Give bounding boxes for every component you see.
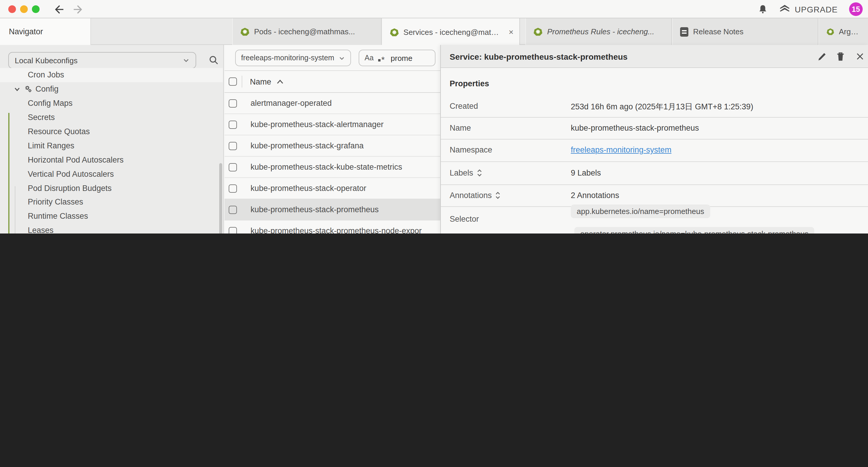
table-row[interactable]: kube-prometheus-stack-prometheus-node-ex… — [224, 221, 440, 233]
expand-collapse-icon[interactable] — [495, 192, 501, 199]
annotations-value[interactable]: 2 Annotations — [571, 191, 619, 200]
search-icon[interactable] — [208, 54, 219, 66]
row-checkbox[interactable] — [229, 99, 237, 107]
table-row-selected[interactable]: kube-prometheus-stack-prometheus — [224, 199, 440, 221]
navigator-sidebar: Local Kubeconfigs Cron Jobs Config Confi… — [0, 45, 224, 233]
table-row[interactable]: alertmanager-operated — [224, 93, 440, 114]
select-all-checkbox[interactable] — [229, 78, 237, 86]
tab-release-notes[interactable]: Release Notes — [672, 18, 818, 45]
sidebar-item-config-maps[interactable]: Config Maps — [0, 96, 223, 111]
tab-label: Prometheus Rules - icecheng... — [547, 27, 654, 36]
created-value: 253d 16h 6m ago (2025年1月13日 GMT+8 1:25:3… — [571, 102, 753, 112]
table-row[interactable]: kube-prometheus-stack-alertmanager — [224, 114, 440, 135]
table-row[interactable]: kube-prometheus-stack-kube-state-metrics — [224, 157, 440, 178]
app-window: UPGRADE 15 Navigator Pods - icecheng@mat… — [0, 0, 868, 233]
annotations-label: Annotations — [450, 191, 501, 200]
sort-ascending-icon[interactable] — [277, 79, 284, 84]
profile-badge[interactable]: 15 — [849, 2, 863, 16]
sidebar-item-runtime-classes[interactable]: Runtime Classes — [0, 209, 223, 224]
selector-label: Selector — [450, 214, 479, 224]
navigator-panel-title: Navigator — [0, 18, 91, 45]
created-label: Created — [450, 102, 478, 111]
badge-count: 15 — [852, 5, 860, 13]
sidebar-scrollbar[interactable] — [219, 163, 222, 233]
tab-label: Services - icecheng@math... — [404, 28, 500, 36]
row-checkbox[interactable] — [229, 205, 237, 214]
tab-argo[interactable]: Argo Se — [818, 18, 868, 45]
namespace-link[interactable]: freeleaps-monitoring-system — [571, 145, 672, 154]
document-icon — [680, 27, 688, 36]
row-checkbox[interactable] — [229, 163, 237, 171]
name-column-header[interactable]: Name — [250, 77, 271, 86]
maximize-window-button[interactable] — [32, 5, 39, 13]
labels-label: Labels — [450, 169, 482, 177]
regex-dot-icon — [378, 59, 381, 61]
sidebar-item-vertical-pod-autoscalers[interactable]: Vertical Pod Autoscalers — [0, 167, 223, 181]
forward-icon[interactable] — [72, 3, 85, 16]
kubernetes-icon — [241, 27, 249, 36]
resource-tree: Cron Jobs Config Config Maps Secrets Res… — [0, 68, 223, 233]
filter-input[interactable] — [390, 53, 420, 63]
window-titlebar: UPGRADE 15 — [0, 0, 868, 18]
kubernetes-icon — [390, 28, 399, 36]
upgrade-button[interactable]: UPGRADE — [779, 4, 838, 15]
chevron-down-icon — [339, 55, 345, 61]
close-window-button[interactable] — [8, 5, 16, 13]
table-body: alertmanager-operated kube-prometheus-st… — [224, 93, 440, 233]
kubeconfig-selector[interactable]: Local Kubeconfigs — [8, 52, 196, 68]
row-divider — [441, 117, 868, 118]
row-checkbox[interactable] — [229, 227, 237, 233]
sidebar-item-limit-ranges[interactable]: Limit Ranges — [0, 139, 223, 153]
tab-pods[interactable]: Pods - icecheng@mathmas... — [232, 18, 382, 45]
match-case-toggle[interactable]: Aa — [365, 54, 374, 62]
table-row[interactable]: kube-prometheus-stack-operator — [224, 178, 440, 199]
edit-pencil-icon[interactable] — [816, 51, 828, 62]
expand-collapse-icon[interactable] — [477, 169, 482, 177]
namespace-label: Namespace — [450, 145, 492, 154]
minimize-window-button[interactable] — [20, 5, 28, 13]
row-divider — [441, 139, 868, 140]
details-title: Service: kube-prometheus-stack-prometheu… — [450, 45, 627, 68]
close-icon[interactable] — [855, 51, 866, 62]
name-label: Name — [450, 123, 471, 133]
tab-services[interactable]: Services - icecheng@math... × — [382, 18, 520, 46]
back-icon[interactable] — [52, 3, 65, 16]
sidebar-item-config[interactable]: Config — [0, 82, 223, 96]
service-details-panel: Service: kube-prometheus-stack-prometheu… — [440, 45, 868, 233]
row-divider — [441, 184, 868, 185]
upgrade-label: UPGRADE — [795, 4, 838, 14]
namespace-selector[interactable]: freeleaps-monitoring-system — [235, 50, 351, 66]
table-row[interactable]: kube-prometheus-stack-grafana — [224, 135, 440, 157]
row-checkbox[interactable] — [229, 184, 237, 193]
trash-icon[interactable] — [835, 51, 846, 62]
chevron-down-icon — [13, 86, 21, 93]
kubernetes-icon — [827, 27, 834, 36]
resource-list-pane: freeleaps-monitoring-system Aa * Name al… — [224, 45, 440, 233]
sidebar-item-secrets[interactable]: Secrets — [0, 110, 223, 124]
gear-icon — [24, 85, 32, 94]
details-header: Service: kube-prometheus-stack-prometheu… — [441, 45, 868, 68]
tab-label: Argo Se — [839, 27, 862, 36]
table-header: Name — [224, 71, 440, 93]
labels-value[interactable]: 9 Labels — [571, 169, 601, 177]
close-tab-icon[interactable]: × — [509, 27, 514, 37]
notifications-bell-icon[interactable] — [757, 4, 768, 15]
selector-chip: operator.prometheus.io/name=kube-prometh… — [574, 227, 814, 233]
row-checkbox[interactable] — [229, 120, 237, 128]
tab-bar: Navigator Pods - icecheng@mathmas... Ser… — [0, 18, 868, 45]
chevron-down-icon — [183, 57, 190, 64]
row-checkbox[interactable] — [229, 142, 237, 150]
regex-toggle[interactable]: * — [378, 53, 385, 63]
sidebar-item-horizontal-pod-autoscalers[interactable]: Horizontal Pod Autoscalers — [0, 153, 223, 167]
upgrade-chevrons-icon — [779, 4, 790, 15]
tab-label: Release Notes — [693, 27, 744, 36]
filter-box[interactable]: Aa * — [359, 50, 435, 66]
name-value: kube-prometheus-stack-prometheus — [571, 123, 699, 133]
sidebar-item-leases[interactable]: Leases — [0, 224, 223, 233]
sidebar-item-cron-jobs[interactable]: Cron Jobs — [0, 68, 223, 82]
tab-prometheus-rules[interactable]: Prometheus Rules - icecheng... — [525, 18, 672, 45]
kubernetes-icon — [533, 27, 542, 36]
sidebar-item-priority-classes[interactable]: Priority Classes — [0, 195, 223, 209]
sidebar-item-pod-disruption-budgets[interactable]: Pod Disruption Budgets — [0, 181, 223, 195]
sidebar-item-resource-quotas[interactable]: Resource Quotas — [0, 124, 223, 139]
